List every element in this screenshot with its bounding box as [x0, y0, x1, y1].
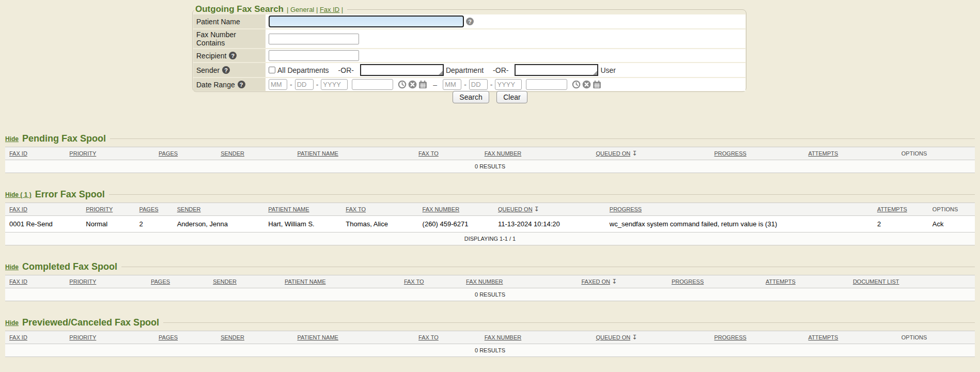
all-departments-label: All Departments: [277, 66, 329, 74]
hide-link[interactable]: Hide: [5, 135, 19, 143]
from-calendar-icon[interactable]: [418, 80, 427, 89]
column-header-fax-id[interactable]: FAX ID: [5, 147, 65, 160]
column-header-priority[interactable]: PRIORITY: [65, 147, 154, 160]
to-clock-icon[interactable]: [572, 80, 581, 89]
form-legend: Outgoing Fax Search| General | Fax ID |: [194, 4, 347, 14]
column-header-sender[interactable]: SENDER: [216, 147, 293, 160]
column-header-sender[interactable]: SENDER: [216, 331, 293, 344]
or-separator: -OR-: [338, 66, 354, 74]
column-header-attempts[interactable]: ATTEMPTS: [873, 203, 928, 216]
cell-progress: wc_sendfax system command failed, return…: [605, 216, 873, 233]
column-header-progress[interactable]: PROGRESS: [710, 147, 804, 160]
spool-section-previewed: Hide Previewed/Canceled Fax Spool FAX ID…: [5, 317, 975, 357]
recipient-input[interactable]: [269, 50, 359, 61]
column-header-priority[interactable]: PRIORITY: [65, 331, 154, 344]
spool-header-row: FAX IDPRIORITYPAGESSENDERPATIENT NAMEFAX…: [5, 147, 975, 160]
search-button[interactable]: Search: [453, 91, 489, 103]
column-header-fax-number[interactable]: FAX NUMBER: [480, 147, 592, 160]
patient-name-input[interactable]: [269, 16, 464, 27]
cell-options[interactable]: Ack: [928, 216, 975, 233]
spool-status-row: 0 RESULTS: [5, 160, 975, 173]
fax-number-input[interactable]: [269, 34, 359, 44]
column-header-queued-on[interactable]: QUEUED ON↧: [494, 203, 605, 216]
column-header-progress[interactable]: PROGRESS: [710, 331, 804, 344]
from-clock-icon[interactable]: [398, 80, 407, 89]
hide-link[interactable]: Hide: [5, 319, 19, 327]
date-separator: -: [490, 81, 493, 89]
column-header-attempts[interactable]: ATTEMPTS: [804, 147, 897, 160]
patient-name-label: Patient Name: [196, 18, 240, 26]
cell-patient-name: Hart, William S.: [264, 216, 341, 233]
form-mode-tabs: | General | Fax ID |: [287, 6, 343, 13]
column-header-fax-to[interactable]: FAX TO: [414, 331, 480, 344]
column-header-fax-number[interactable]: FAX NUMBER: [418, 203, 494, 216]
spool-heading: Hide Previewed/Canceled Fax Spool: [5, 317, 975, 328]
hide-link[interactable]: Hide: [5, 264, 19, 271]
column-header-pages[interactable]: PAGES: [135, 203, 173, 216]
sender-help-icon[interactable]: ?: [222, 66, 230, 74]
tab-fax-id[interactable]: Fax ID: [320, 6, 339, 13]
from-year-input[interactable]: [321, 79, 348, 90]
column-header-priority[interactable]: PRIORITY: [82, 203, 135, 216]
tab-separator: |: [341, 6, 343, 13]
column-header-patient-name[interactable]: PATIENT NAME: [293, 147, 414, 160]
column-header-queued-on[interactable]: QUEUED ON↧: [592, 331, 710, 344]
to-month-input[interactable]: [443, 79, 461, 90]
recipient-help-icon[interactable]: ?: [229, 52, 237, 59]
from-day-input[interactable]: [295, 79, 314, 90]
patient-name-help-icon[interactable]: ?: [466, 18, 474, 25]
from-month-input[interactable]: [269, 79, 287, 90]
form-title: Outgoing Fax Search: [195, 4, 284, 14]
cell-pages: 2: [135, 216, 173, 233]
column-header-document-list[interactable]: DOCUMENT LIST: [849, 275, 975, 288]
to-calendar-icon[interactable]: [593, 80, 601, 89]
column-header-progress[interactable]: PROGRESS: [667, 275, 761, 288]
to-year-input[interactable]: [495, 79, 522, 90]
spool-status-row: 0 RESULTS: [5, 288, 975, 301]
user-input[interactable]: [515, 64, 598, 76]
spool-heading: Hide Pending Fax Spool: [5, 133, 975, 144]
column-header-priority[interactable]: PRIORITY: [65, 275, 147, 288]
all-departments-checkbox[interactable]: [269, 67, 275, 73]
column-header-fax-to[interactable]: FAX TO: [400, 275, 462, 288]
column-header-patient-name[interactable]: PATIENT NAME: [293, 331, 414, 344]
cell-fax-id[interactable]: 0001 Re-Send: [5, 216, 82, 233]
spool-section-completed: Hide Completed Fax Spool FAX IDPRIORITYP…: [5, 261, 975, 301]
sort-descending-icon: ↧: [632, 334, 637, 341]
to-clear-icon[interactable]: [582, 80, 591, 89]
column-header-options: OPTIONS: [928, 203, 975, 216]
column-header-pages[interactable]: PAGES: [154, 331, 216, 344]
column-header-sender[interactable]: SENDER: [173, 203, 264, 216]
from-time-input[interactable]: [352, 79, 393, 90]
to-day-input[interactable]: [469, 79, 488, 90]
column-header-attempts[interactable]: ATTEMPTS: [804, 331, 897, 344]
column-header-patient-name[interactable]: PATIENT NAME: [281, 275, 400, 288]
column-header-fax-id[interactable]: FAX ID: [5, 203, 82, 216]
column-header-fax-id[interactable]: FAX ID: [5, 275, 65, 288]
spool-header-row: FAX IDPRIORITYPAGESSENDERPATIENT NAMEFAX…: [5, 275, 975, 288]
clear-button[interactable]: Clear: [496, 91, 527, 103]
date-separator: -: [316, 81, 319, 89]
column-header-fax-number[interactable]: FAX NUMBER: [462, 275, 577, 288]
column-header-options: OPTIONS: [897, 147, 975, 160]
department-input[interactable]: [360, 64, 444, 76]
column-header-sender[interactable]: SENDER: [209, 275, 281, 288]
column-header-fax-to[interactable]: FAX TO: [341, 203, 418, 216]
tab-general[interactable]: General: [290, 6, 314, 13]
from-clear-icon[interactable]: [408, 80, 417, 89]
spool-title: Previewed/Canceled Fax Spool: [22, 317, 159, 328]
column-header-fax-number[interactable]: FAX NUMBER: [480, 331, 592, 344]
to-time-input[interactable]: [526, 79, 567, 90]
column-header-fax-to[interactable]: FAX TO: [414, 147, 480, 160]
column-header-fax-id[interactable]: FAX ID: [5, 331, 65, 344]
spool-heading: Hide Completed Fax Spool: [5, 261, 975, 272]
column-header-patient-name[interactable]: PATIENT NAME: [264, 203, 341, 216]
column-header-queued-on[interactable]: QUEUED ON↧: [592, 147, 710, 160]
column-header-pages[interactable]: PAGES: [147, 275, 209, 288]
date-range-help-icon[interactable]: ?: [238, 81, 245, 88]
hide-link[interactable]: Hide ( 1 ): [5, 191, 32, 198]
column-header-faxed-on[interactable]: FAXED ON↧: [577, 275, 667, 288]
column-header-progress[interactable]: PROGRESS: [605, 203, 873, 216]
column-header-pages[interactable]: PAGES: [154, 147, 216, 160]
column-header-attempts[interactable]: ATTEMPTS: [761, 275, 849, 288]
